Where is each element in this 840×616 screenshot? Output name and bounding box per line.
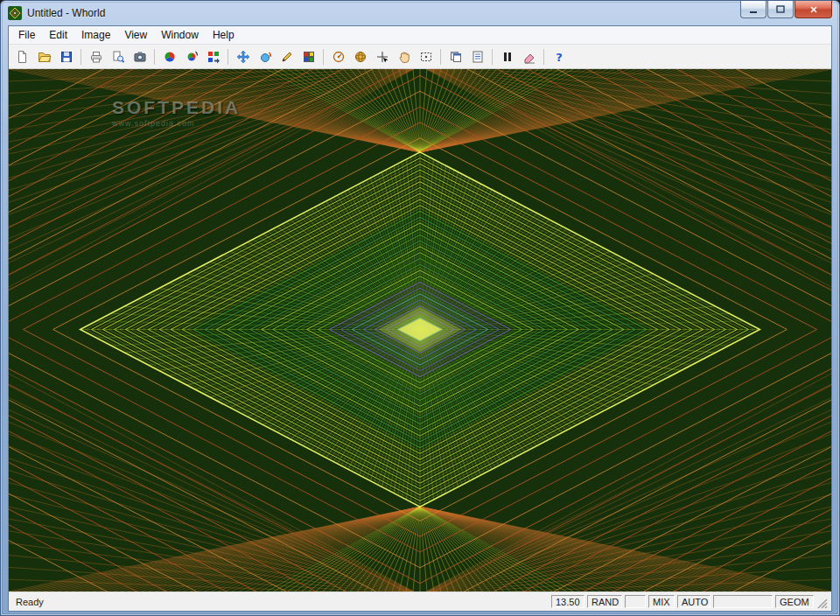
color-palette-button[interactable]: [159, 46, 179, 66]
snapshot-icon: [133, 50, 147, 64]
set-origin-button[interactable]: [328, 46, 348, 66]
cascade-windows-icon: [449, 50, 463, 64]
target-cursor-button[interactable]: [372, 46, 392, 66]
draw-mode-icon: [280, 50, 294, 64]
menu-item-help[interactable]: Help: [206, 27, 242, 43]
help-icon: ?: [552, 50, 566, 64]
clear-canvas-icon: [522, 50, 536, 64]
toolbar-separator: [80, 49, 81, 65]
minimize-icon: [747, 4, 760, 16]
status-field-13-50: 13.50: [551, 595, 584, 608]
apply-palette-button[interactable]: [203, 46, 223, 66]
view-details-button[interactable]: [467, 46, 487, 66]
status-field-blank-5: [713, 595, 773, 608]
status-bar: Ready 13.50RANDMIXAUTOGEOM: [9, 592, 831, 611]
status-message: Ready: [10, 597, 549, 607]
maximize-icon: [774, 4, 787, 16]
menu-item-edit[interactable]: Edit: [42, 27, 74, 43]
svg-text:?: ?: [556, 50, 563, 63]
client-area: FileEditImageViewWindowHelp ? SOFTPEDIA …: [8, 25, 832, 612]
toolbar-separator: [228, 49, 228, 65]
save-file-icon: [60, 50, 74, 64]
print-preview-icon: [111, 50, 125, 64]
open-file-icon: [38, 50, 52, 64]
random-colors-button[interactable]: [298, 46, 318, 66]
whorl-art: [9, 69, 831, 592]
resize-grip[interactable]: [816, 598, 829, 610]
zoom-select-button[interactable]: [416, 46, 436, 66]
new-document-button[interactable]: [12, 46, 32, 66]
zoom-select-icon: [419, 50, 433, 64]
status-field-auto: AUTO: [677, 595, 710, 608]
open-file-button[interactable]: [34, 46, 54, 66]
rotate-canvas-icon: [258, 50, 272, 64]
status-field-blank-2: [625, 595, 646, 608]
globe-mode-icon: [354, 50, 368, 64]
resize-grip-icon: [816, 598, 829, 610]
status-field-geom: GEOM: [775, 595, 814, 608]
menu-bar: FileEditImageViewWindowHelp: [9, 26, 831, 44]
save-file-button[interactable]: [56, 46, 76, 66]
set-origin-icon: [332, 50, 346, 64]
hand-drag-button[interactable]: [394, 46, 414, 66]
random-colors-icon: [302, 50, 316, 64]
toolbar-separator: [323, 49, 324, 65]
app-window: Untitled - Whorld FileEditImageViewWindo…: [0, 0, 840, 616]
close-button[interactable]: [794, 1, 832, 18]
menu-item-image[interactable]: Image: [74, 27, 117, 43]
drawing-canvas[interactable]: SOFTPEDIA www.softpedia.com: [9, 69, 831, 592]
new-document-icon: [16, 50, 30, 64]
menu-item-view[interactable]: View: [117, 27, 154, 43]
print-button[interactable]: [86, 46, 106, 66]
target-cursor-icon: [375, 50, 389, 64]
toolbar: ?: [9, 44, 831, 69]
status-field-mix: MIX: [648, 595, 675, 608]
close-icon: [808, 4, 820, 16]
globe-mode-button[interactable]: [350, 46, 370, 66]
rotate-canvas-button[interactable]: [255, 46, 275, 66]
window-title: Untitled - Whorld: [27, 7, 105, 19]
help-button[interactable]: ?: [549, 46, 569, 66]
cascade-windows-button[interactable]: [445, 46, 466, 66]
menu-item-window[interactable]: Window: [154, 27, 206, 43]
draw-mode-button[interactable]: [276, 46, 297, 66]
toolbar-separator: [154, 49, 155, 65]
apply-palette-icon: [206, 50, 220, 64]
rotate-hues-icon: [185, 50, 199, 64]
clear-canvas-button[interactable]: [519, 46, 539, 66]
menu-item-file[interactable]: File: [11, 27, 42, 43]
rotate-hues-button[interactable]: [181, 46, 201, 66]
toolbar-separator: [492, 49, 493, 65]
pause-playback-icon: [500, 50, 514, 64]
toolbar-separator: [543, 49, 544, 65]
toolbar-separator: [440, 49, 441, 65]
color-palette-icon: [163, 50, 177, 64]
window-controls: [739, 1, 832, 18]
snapshot-button[interactable]: [130, 46, 150, 66]
title-bar[interactable]: Untitled - Whorld: [1, 1, 839, 25]
app-icon: [8, 6, 22, 20]
view-details-icon: [471, 50, 485, 64]
maximize-button[interactable]: [767, 1, 794, 18]
print-preview-button[interactable]: [108, 46, 128, 66]
hand-drag-icon: [397, 50, 411, 64]
pause-playback-button[interactable]: [497, 46, 517, 66]
pan-view-button[interactable]: [233, 46, 253, 66]
status-field-rand: RAND: [587, 595, 622, 608]
print-icon: [89, 50, 103, 64]
minimize-button[interactable]: [740, 1, 766, 18]
pan-view-icon: [236, 50, 250, 64]
